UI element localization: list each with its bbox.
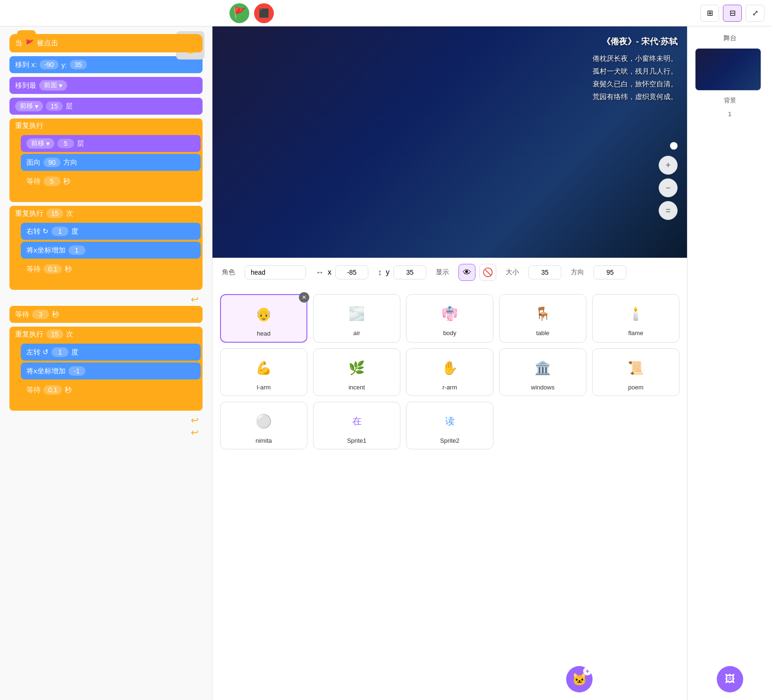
body-label: body (411, 329, 488, 337)
rarm-thumb: ✋ (436, 354, 464, 382)
fwd-arrow: ▾ (46, 140, 50, 147)
flame-thumb: 🕯️ (622, 299, 650, 328)
larm-label: l-arm (225, 384, 302, 391)
y-value: 35 (70, 60, 87, 69)
view-full-button[interactable]: ⤢ (746, 5, 764, 22)
show-button[interactable]: 👁 (458, 264, 475, 281)
repeat1-header: 重复执行 (9, 118, 203, 133)
x-axis-icon: ↔ (315, 268, 324, 278)
hide-button[interactable]: 🚫 (479, 264, 496, 281)
view-stage-button[interactable]: ⊟ (723, 5, 742, 22)
size-input[interactable] (528, 265, 561, 279)
windows-thumb: 🏛️ (529, 354, 557, 382)
poem-line2: 孤村一犬吠，残月几人行。 (593, 65, 678, 77)
y-axis-icon: ↕ (378, 268, 382, 278)
wait01b-unit: 秒 (65, 386, 72, 395)
zoom-fit-button[interactable]: = (659, 201, 678, 220)
flame-label: flame (597, 329, 674, 337)
repeat2-label: 重复执行 (15, 209, 43, 218)
sprite-card-rarm[interactable]: ✋ r-arm (406, 348, 493, 396)
repeat1-body: 前移 ▾ 5 层 面向 90 方向 等待 5 秒 (9, 133, 203, 194)
sprite-card-nimita[interactable]: ⚪ nimita (220, 402, 307, 449)
zoom-out-button[interactable]: − (659, 178, 678, 197)
zoom-controls: + − = (659, 156, 678, 220)
left-label: 左转 ↺ (26, 348, 49, 357)
view-split-button[interactable]: ⊞ (700, 5, 719, 22)
sprite-delete-head[interactable]: ✕ (299, 292, 309, 303)
sprite1-label: Sprite1 (318, 437, 395, 444)
sprite-card-poem[interactable]: 📜 poem (592, 348, 679, 396)
xadd-val: 1 (68, 245, 85, 255)
stage-area: 《倦夜》- 宋代·苏轼 倦枕厌长夜，小窗终未明。 孤村一犬吠，残月几人行。 衰鬓… (212, 26, 687, 258)
poem-overlay: 《倦夜》- 宋代·苏轼 倦枕厌长夜，小窗终未明。 孤村一犬吠，残月几人行。 衰鬓… (593, 36, 678, 103)
poem-line3: 衰鬓久已白，旅怀空自清。 (593, 77, 678, 90)
y-coord-input[interactable] (393, 265, 426, 279)
poem-line1: 倦枕厌长夜，小窗终未明。 (593, 52, 678, 65)
xadd-label: 将x坐标增加 (26, 246, 66, 255)
front-value: 前面 (44, 81, 57, 90)
sprite-card-flame[interactable]: 🕯️ flame (592, 294, 679, 343)
left-unit: 度 (71, 348, 78, 357)
direction-input[interactable] (594, 265, 627, 279)
repeat3-footer (9, 402, 203, 411)
wait3-unit: 秒 (52, 310, 59, 319)
sprite-grid-area: ✕ 👴 head 🌫️ air 👘 body (212, 287, 687, 457)
sprite-card-body[interactable]: 👘 body (406, 294, 493, 343)
sprite-card-incent[interactable]: 🌿 incent (313, 348, 400, 396)
scroll-arrow1: ↩ (9, 294, 203, 305)
block-layer: 前移 ▾ 15 层 (9, 98, 203, 115)
poem-lines: 倦枕厌长夜，小窗终未明。 孤村一犬吠，残月几人行。 衰鬓久已白，旅怀空自清。 荒… (593, 52, 678, 103)
sprite-card-air[interactable]: 🌫️ air (313, 294, 400, 343)
sprite-card-sprite2[interactable]: 读 Sprite2 (406, 402, 493, 449)
sprite-label: 角色 (222, 268, 235, 277)
air-thumb: 🌫️ (343, 299, 371, 328)
scroll-arrow2: ↩ (9, 414, 203, 426)
rarm-label: r-arm (411, 384, 488, 391)
front-dropdown[interactable]: 前面 ▾ (39, 80, 67, 91)
zoom-in-button[interactable]: + (659, 156, 678, 175)
x-coord-input[interactable] (335, 265, 368, 279)
face-unit: 方向 (63, 158, 77, 167)
repeat2-body: 右转 ↻ 1 度 将x坐标增加 1 等待 0.1 秒 (9, 221, 203, 281)
stop-button[interactable]: ⬛ (254, 3, 274, 23)
nimita-label: nimita (225, 437, 302, 444)
repeat3-times: 15 (46, 329, 63, 339)
green-flag-button[interactable]: 🚩 (229, 3, 249, 23)
y-label: y (386, 268, 390, 277)
wait01-label: 等待 (26, 265, 41, 274)
head-label-stage: head (305, 135, 305, 135)
sprite-card-windows[interactable]: 🏛️ windows (499, 348, 586, 396)
fwd-dropdown[interactable]: 前移 ▾ (26, 138, 54, 149)
block-when-flag: 当 🚩 被点击 (9, 34, 203, 52)
sprite-card-larm[interactable]: 💪 l-arm (220, 348, 307, 396)
sprite-name-input[interactable] (245, 265, 306, 279)
table-label: table (504, 329, 581, 337)
head-thumb: 👴 (250, 300, 278, 328)
dropdown-arrow2: ▾ (35, 102, 38, 110)
left-val: 1 (51, 347, 68, 357)
add-sprite-button[interactable]: 🐱 + (566, 666, 593, 692)
face-val: 90 (43, 158, 60, 167)
layer-dir-dropdown[interactable]: 前移 ▾ (15, 101, 43, 111)
block-group-front: 移到最 前面 ▾ (9, 77, 203, 94)
sprite-panel-bottom: ✕ 👴 head 🌫️ air 👘 body (212, 287, 687, 700)
repeat3-header: 重复执行 15 次 (9, 327, 203, 342)
top-bar-right: ⊞ ⊟ ⤢ (700, 5, 764, 22)
sprite-card-sprite1[interactable]: 在 Sprite1 (313, 402, 400, 449)
repeat1-footer (9, 194, 203, 202)
wait3-val: 3 (32, 310, 49, 319)
layer-unit: 层 (66, 102, 73, 111)
add-backdrop-button[interactable]: 🖼 (717, 666, 743, 692)
sprite-card-table[interactable]: 🪑 table (499, 294, 586, 343)
dropdown-arrow: ▾ (59, 82, 62, 89)
block-group-repeat1: 重复执行 前移 ▾ 5 层 面向 90 方向 (9, 118, 203, 202)
stage-thumbnail[interactable] (695, 48, 761, 91)
repeat1-label: 重复执行 (15, 121, 43, 130)
coord-y-group: ↕ y (378, 265, 426, 279)
block-x-sub1: 将x坐标增加 -1 (21, 363, 201, 380)
right-label: 右转 ↻ (26, 227, 49, 236)
repeat2-unit: 次 (66, 209, 73, 218)
windows-label: windows (504, 384, 581, 391)
sprite-card-head[interactable]: ✕ 👴 head (220, 294, 307, 343)
body-thumb: 👘 (436, 299, 464, 328)
